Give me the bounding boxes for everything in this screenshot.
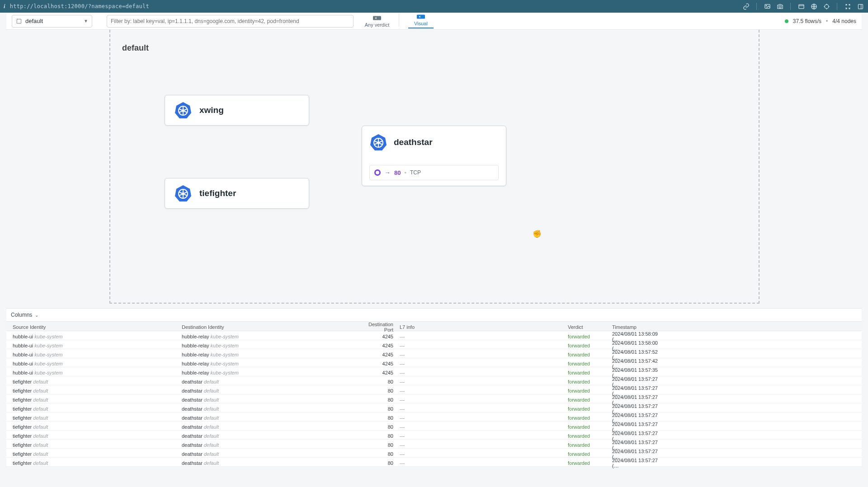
kubernetes-icon [174,101,192,119]
svg-rect-7 [17,19,21,23]
chevron-down-icon: ⌄ [35,313,38,318]
service-card-tiefighter[interactable]: tiefighter [165,178,309,209]
dot-separator: • [404,169,406,176]
target-icon[interactable] [822,2,830,10]
chevron-down-icon: ▼ [84,19,88,23]
service-card-deathstar[interactable]: deathstar → 80 • TCP [362,126,506,186]
col-port-header: Destination Port [359,322,400,332]
table-row[interactable]: tiefighter defaultdeathstar default80—fo… [6,412,862,421]
col-src-header: Source Identity [13,324,182,330]
namespace-select[interactable]: default ▼ [12,15,92,28]
service-name: deathstar [394,137,433,147]
table-row[interactable]: hubble-ui kube-systemhubble-relay kube-s… [6,331,862,340]
separator [790,3,791,10]
table-row[interactable]: tiefighter defaultdeathstar default80—fo… [6,431,862,440]
col-ts-header: Timestamp [612,324,665,330]
namespace-value: default [25,18,43,24]
columns-label: Columns [11,312,32,318]
verdict-visual-icon [417,14,425,20]
svg-point-16 [182,109,184,112]
service-map-canvas[interactable]: default xwing tiefighter deathstar [6,30,862,308]
col-l7-header: L7 info [400,324,568,330]
port-row[interactable]: → 80 • TCP [369,165,499,180]
bullet: • [826,18,828,24]
verdict-any-icon [373,15,381,21]
svg-point-1 [766,5,767,6]
columns-button[interactable]: Columns ⌄ [6,309,862,321]
window-icon[interactable] [797,2,805,10]
camera-icon[interactable] [776,2,784,10]
service-name: tiefighter [199,188,236,198]
link-icon[interactable] [742,2,750,10]
tab-visual-label: Visual [414,21,428,26]
namespace-label: default [122,43,149,53]
svg-point-2 [779,5,781,8]
kubernetes-icon [369,133,387,151]
svg-rect-3 [798,5,803,9]
flows-panel: Columns ⌄ Source Identity Destination Id… [6,308,862,467]
namespace-icon [16,18,22,24]
port-ring-icon [374,169,381,176]
kubernetes-icon [174,184,192,202]
filter-input[interactable] [107,15,354,28]
globe-icon[interactable] [810,2,818,10]
port-protocol: TCP [410,169,421,176]
col-verdict-header: Verdict [568,324,612,330]
toolbar: default ▼ Any verdict Visual 37.5 flows/… [6,13,862,30]
separator [756,3,757,10]
service-card-xwing[interactable]: xwing [165,95,309,126]
panel-icon[interactable] [856,2,864,10]
nodes-count: 4/4 nodes [832,18,856,24]
service-name: xwing [199,105,224,115]
table-row[interactable]: hubble-ui kube-systemhubble-relay kube-s… [6,367,862,376]
tab-any-verdict-label: Any verdict [365,22,389,28]
expand-icon[interactable] [844,2,852,10]
port-number: 80 [394,169,401,176]
tab-any-verdict[interactable]: Any verdict [364,14,390,28]
stats: 37.5 flows/s • 4/4 nodes [785,18,856,24]
tab-visual[interactable]: Visual [408,14,434,28]
flows-rate: 37.5 flows/s [793,18,821,24]
table-row[interactable]: tiefighter defaultdeathstar default80—fo… [6,394,862,403]
picture-icon[interactable] [763,2,771,10]
table-row[interactable]: tiefighter defaultdeathstar default80—fo… [6,440,862,449]
status-dot-icon [785,19,788,23]
titlebar: i http://localhost:12000/?namespace=defa… [0,0,868,13]
table-row[interactable]: tiefighter defaultdeathstar default80—fo… [6,385,862,394]
table-row[interactable]: tiefighter defaultdeathstar default80—fo… [6,403,862,412]
svg-point-28 [377,141,380,144]
col-dst-header: Destination Identity [182,324,359,330]
table-row[interactable]: hubble-ui kube-systemhubble-relay kube-s… [6,340,862,349]
arrow-right-icon: → [384,169,391,176]
separator [837,3,837,10]
table-row[interactable]: tiefighter defaultdeathstar default80—fo… [6,458,862,467]
table-row[interactable]: tiefighter defaultdeathstar default80—fo… [6,376,862,385]
svg-rect-8 [373,16,381,20]
table-row[interactable]: tiefighter defaultdeathstar default80—fo… [6,421,862,431]
table-row[interactable]: hubble-ui kube-systemhubble-relay kube-s… [6,349,862,358]
info-icon: i [4,3,5,10]
separator [399,14,399,26]
svg-rect-6 [858,4,863,9]
url-text: http://localhost:12000/?namespace=defaul… [10,3,150,9]
svg-rect-9 [417,15,425,19]
table-row[interactable]: tiefighter defaultdeathstar default80—fo… [6,449,862,458]
table-row[interactable]: hubble-ui kube-systemhubble-relay kube-s… [6,358,862,367]
svg-point-5 [825,5,829,9]
flows-body: hubble-ui kube-systemhubble-relay kube-s… [6,331,862,467]
svg-point-22 [182,192,184,195]
flows-header: Source Identity Destination Identity Des… [6,321,862,331]
